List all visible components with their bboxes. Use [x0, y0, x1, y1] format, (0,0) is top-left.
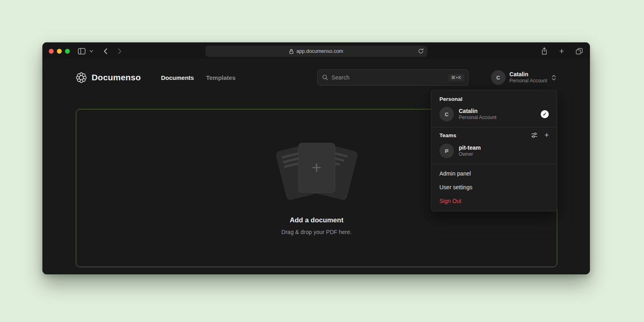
team-item[interactable]: P pit-team Owner — [431, 142, 557, 164]
teams-section-heading: Teams — [439, 132, 456, 138]
document-stack-illustration: + — [274, 141, 359, 202]
account-dropdown-menu: Personal C Catalin Personal Account ✓ Te… — [431, 90, 557, 211]
tab-overview-icon[interactable] — [575, 47, 583, 55]
team-avatar: P — [439, 144, 454, 158]
team-name: pit-team — [459, 144, 481, 151]
minimize-window-button[interactable] — [57, 49, 62, 54]
lock-icon — [289, 49, 294, 54]
search-box[interactable]: ⌘+K — [317, 69, 468, 86]
chevron-down-icon[interactable] — [89, 49, 94, 53]
reload-icon[interactable] — [418, 48, 424, 54]
dropzone-subtitle: Drag & drop your PDF here. — [281, 229, 351, 235]
selected-check-icon: ✓ — [541, 110, 549, 118]
personal-account-name: Catalin — [459, 107, 496, 115]
account-name: Catalin — [510, 71, 547, 78]
avatar: C — [491, 70, 506, 85]
forward-icon[interactable] — [117, 48, 122, 55]
main-nav: Documents Templates — [161, 74, 236, 81]
zoom-window-button[interactable] — [65, 49, 70, 54]
manage-teams-icon[interactable] — [531, 132, 537, 138]
window-controls — [49, 49, 70, 54]
personal-account-subtitle: Personal Account — [459, 115, 496, 121]
avatar: C — [439, 107, 454, 121]
close-window-button[interactable] — [49, 49, 54, 54]
new-tab-icon[interactable]: + — [558, 46, 565, 56]
address-bar[interactable]: app.documenso.com — [205, 46, 427, 57]
personal-account-item[interactable]: C Catalin Personal Account ✓ — [431, 105, 557, 127]
team-role: Owner — [459, 151, 481, 158]
search-input[interactable] — [332, 74, 445, 81]
browser-window: app.documenso.com + — [42, 42, 590, 274]
document-card-center: + — [298, 143, 335, 193]
documenso-logo-icon — [76, 72, 87, 83]
plus-icon: + — [312, 159, 322, 176]
account-menu-button[interactable]: C Catalin Personal Account — [491, 70, 556, 85]
brand-name: Documenso — [92, 73, 141, 82]
chevron-up-down-icon — [551, 74, 556, 81]
nav-documents[interactable]: Documents — [161, 74, 194, 81]
menu-item-sign-out[interactable]: Sign Out — [431, 194, 557, 208]
back-icon[interactable] — [103, 48, 108, 55]
nav-templates[interactable]: Templates — [206, 74, 236, 81]
account-subtitle: Personal Account — [510, 78, 547, 84]
sidebar-toggle-icon[interactable] — [77, 47, 86, 55]
menu-item-user-settings[interactable]: User settings — [431, 180, 557, 194]
personal-section-heading: Personal — [439, 96, 462, 102]
search-icon — [322, 74, 328, 81]
browser-toolbar: app.documenso.com + — [42, 42, 590, 60]
brand[interactable]: Documenso — [76, 72, 141, 83]
address-text: app.documenso.com — [296, 48, 343, 54]
menu-item-admin-panel[interactable]: Admin panel — [431, 167, 557, 180]
create-team-icon[interactable]: + — [544, 132, 549, 139]
share-icon[interactable] — [540, 46, 548, 56]
dropzone-title: Add a document — [290, 216, 343, 224]
search-shortcut-badge: ⌘+K — [448, 74, 464, 82]
